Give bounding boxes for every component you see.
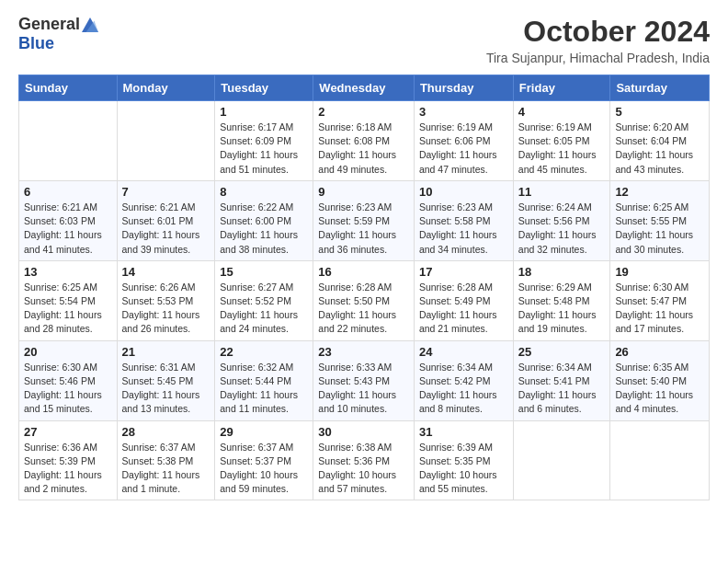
- calendar-cell: 22Sunrise: 6:32 AMSunset: 5:44 PMDayligh…: [215, 340, 313, 420]
- calendar-week-row: 20Sunrise: 6:30 AMSunset: 5:46 PMDayligh…: [19, 340, 710, 420]
- cell-info: Sunrise: 6:34 AMSunset: 5:41 PMDaylight:…: [518, 361, 606, 417]
- calendar-cell: 11Sunrise: 6:24 AMSunset: 5:56 PMDayligh…: [513, 180, 610, 260]
- day-number: 22: [220, 345, 308, 359]
- day-number: 25: [518, 345, 606, 359]
- day-number: 19: [615, 265, 704, 279]
- calendar-cell: [610, 420, 710, 500]
- day-number: 31: [419, 425, 508, 439]
- cell-info: Sunrise: 6:23 AMSunset: 5:58 PMDaylight:…: [419, 201, 508, 257]
- title-section: October 2024 Tira Sujanpur, Himachal Pra…: [486, 15, 710, 65]
- day-number: 2: [318, 105, 409, 119]
- day-number: 21: [122, 345, 210, 359]
- weekday-header: Sunday: [19, 75, 118, 101]
- calendar-week-row: 6Sunrise: 6:21 AMSunset: 6:03 PMDaylight…: [19, 180, 710, 260]
- calendar-cell: 5Sunrise: 6:20 AMSunset: 6:04 PMDaylight…: [610, 101, 710, 181]
- calendar-cell: 28Sunrise: 6:37 AMSunset: 5:38 PMDayligh…: [117, 420, 215, 500]
- cell-info: Sunrise: 6:23 AMSunset: 5:59 PMDaylight:…: [318, 201, 409, 257]
- calendar-cell: 4Sunrise: 6:19 AMSunset: 6:05 PMDaylight…: [513, 101, 610, 181]
- calendar-cell: 3Sunrise: 6:19 AMSunset: 6:06 PMDaylight…: [414, 101, 513, 181]
- day-number: 11: [518, 185, 606, 199]
- calendar-cell: 9Sunrise: 6:23 AMSunset: 5:59 PMDaylight…: [313, 180, 415, 260]
- day-number: 10: [419, 185, 508, 199]
- day-number: 18: [518, 265, 606, 279]
- calendar-week-row: 13Sunrise: 6:25 AMSunset: 5:54 PMDayligh…: [19, 260, 710, 340]
- location: Tira Sujanpur, Himachal Pradesh, India: [486, 51, 710, 65]
- cell-info: Sunrise: 6:30 AMSunset: 5:47 PMDaylight:…: [615, 281, 704, 337]
- cell-info: Sunrise: 6:20 AMSunset: 6:04 PMDaylight:…: [615, 121, 704, 177]
- header: General Blue October 2024 Tira Sujanpur,…: [18, 15, 710, 65]
- cell-info: Sunrise: 6:31 AMSunset: 5:45 PMDaylight:…: [122, 361, 210, 417]
- calendar-cell: 1Sunrise: 6:17 AMSunset: 6:09 PMDaylight…: [215, 101, 313, 181]
- calendar-cell: 27Sunrise: 6:36 AMSunset: 5:39 PMDayligh…: [19, 420, 118, 500]
- day-number: 13: [24, 265, 112, 279]
- calendar-week-row: 1Sunrise: 6:17 AMSunset: 6:09 PMDaylight…: [19, 101, 710, 181]
- weekday-header: Wednesday: [313, 75, 415, 101]
- cell-info: Sunrise: 6:32 AMSunset: 5:44 PMDaylight:…: [220, 361, 308, 417]
- day-number: 6: [24, 185, 112, 199]
- calendar-cell: 7Sunrise: 6:21 AMSunset: 6:01 PMDaylight…: [117, 180, 215, 260]
- cell-info: Sunrise: 6:34 AMSunset: 5:42 PMDaylight:…: [419, 361, 508, 417]
- cell-info: Sunrise: 6:35 AMSunset: 5:40 PMDaylight:…: [615, 361, 704, 417]
- cell-info: Sunrise: 6:25 AMSunset: 5:55 PMDaylight:…: [615, 201, 704, 257]
- day-number: 4: [518, 105, 606, 119]
- day-number: 26: [615, 345, 704, 359]
- calendar-cell: 6Sunrise: 6:21 AMSunset: 6:03 PMDaylight…: [19, 180, 118, 260]
- logo-icon: [82, 17, 98, 33]
- cell-info: Sunrise: 6:21 AMSunset: 6:03 PMDaylight:…: [24, 201, 112, 257]
- day-number: 16: [318, 265, 409, 279]
- cell-info: Sunrise: 6:37 AMSunset: 5:37 PMDaylight:…: [220, 441, 308, 497]
- day-number: 23: [318, 345, 409, 359]
- cell-info: Sunrise: 6:26 AMSunset: 5:53 PMDaylight:…: [122, 281, 210, 337]
- day-number: 9: [318, 185, 409, 199]
- calendar-cell: 8Sunrise: 6:22 AMSunset: 6:00 PMDaylight…: [215, 180, 313, 260]
- weekday-header: Tuesday: [215, 75, 313, 101]
- calendar-cell: 14Sunrise: 6:26 AMSunset: 5:53 PMDayligh…: [117, 260, 215, 340]
- day-number: 29: [220, 425, 308, 439]
- calendar-cell: 20Sunrise: 6:30 AMSunset: 5:46 PMDayligh…: [19, 340, 118, 420]
- weekday-header: Monday: [117, 75, 215, 101]
- logo-general-text: General: [18, 15, 80, 34]
- logo: General Blue: [18, 15, 98, 53]
- calendar-cell: 2Sunrise: 6:18 AMSunset: 6:08 PMDaylight…: [313, 101, 415, 181]
- calendar-cell: [19, 101, 118, 181]
- calendar-cell: 15Sunrise: 6:27 AMSunset: 5:52 PMDayligh…: [215, 260, 313, 340]
- month-title: October 2024: [486, 15, 710, 49]
- cell-info: Sunrise: 6:36 AMSunset: 5:39 PMDaylight:…: [24, 441, 112, 497]
- calendar-cell: [117, 101, 215, 181]
- calendar-cell: 24Sunrise: 6:34 AMSunset: 5:42 PMDayligh…: [414, 340, 513, 420]
- day-number: 17: [419, 265, 508, 279]
- logo-blue-text: Blue: [18, 34, 54, 53]
- day-number: 14: [122, 265, 210, 279]
- calendar-cell: 21Sunrise: 6:31 AMSunset: 5:45 PMDayligh…: [117, 340, 215, 420]
- weekday-header: Saturday: [610, 75, 710, 101]
- calendar-cell: 16Sunrise: 6:28 AMSunset: 5:50 PMDayligh…: [313, 260, 415, 340]
- cell-info: Sunrise: 6:27 AMSunset: 5:52 PMDaylight:…: [220, 281, 308, 337]
- day-number: 1: [220, 105, 308, 119]
- weekday-header: Thursday: [414, 75, 513, 101]
- cell-info: Sunrise: 6:30 AMSunset: 5:46 PMDaylight:…: [24, 361, 112, 417]
- cell-info: Sunrise: 6:21 AMSunset: 6:01 PMDaylight:…: [122, 201, 210, 257]
- day-number: 20: [24, 345, 112, 359]
- calendar-week-row: 27Sunrise: 6:36 AMSunset: 5:39 PMDayligh…: [19, 420, 710, 500]
- calendar-cell: 12Sunrise: 6:25 AMSunset: 5:55 PMDayligh…: [610, 180, 710, 260]
- calendar-table: SundayMondayTuesdayWednesdayThursdayFrid…: [18, 75, 710, 500]
- day-number: 28: [122, 425, 210, 439]
- calendar-header-row: SundayMondayTuesdayWednesdayThursdayFrid…: [19, 75, 710, 101]
- calendar-cell: 17Sunrise: 6:28 AMSunset: 5:49 PMDayligh…: [414, 260, 513, 340]
- day-number: 27: [24, 425, 112, 439]
- calendar-cell: 19Sunrise: 6:30 AMSunset: 5:47 PMDayligh…: [610, 260, 710, 340]
- cell-info: Sunrise: 6:25 AMSunset: 5:54 PMDaylight:…: [24, 281, 112, 337]
- cell-info: Sunrise: 6:33 AMSunset: 5:43 PMDaylight:…: [318, 361, 409, 417]
- calendar-cell: 18Sunrise: 6:29 AMSunset: 5:48 PMDayligh…: [513, 260, 610, 340]
- calendar-cell: 30Sunrise: 6:38 AMSunset: 5:36 PMDayligh…: [313, 420, 415, 500]
- calendar-cell: 29Sunrise: 6:37 AMSunset: 5:37 PMDayligh…: [215, 420, 313, 500]
- cell-info: Sunrise: 6:19 AMSunset: 6:05 PMDaylight:…: [518, 121, 606, 177]
- day-number: 5: [615, 105, 704, 119]
- calendar-cell: 10Sunrise: 6:23 AMSunset: 5:58 PMDayligh…: [414, 180, 513, 260]
- cell-info: Sunrise: 6:28 AMSunset: 5:50 PMDaylight:…: [318, 281, 409, 337]
- day-number: 7: [122, 185, 210, 199]
- cell-info: Sunrise: 6:18 AMSunset: 6:08 PMDaylight:…: [318, 121, 409, 177]
- day-number: 8: [220, 185, 308, 199]
- calendar-cell: 23Sunrise: 6:33 AMSunset: 5:43 PMDayligh…: [313, 340, 415, 420]
- cell-info: Sunrise: 6:28 AMSunset: 5:49 PMDaylight:…: [419, 281, 508, 337]
